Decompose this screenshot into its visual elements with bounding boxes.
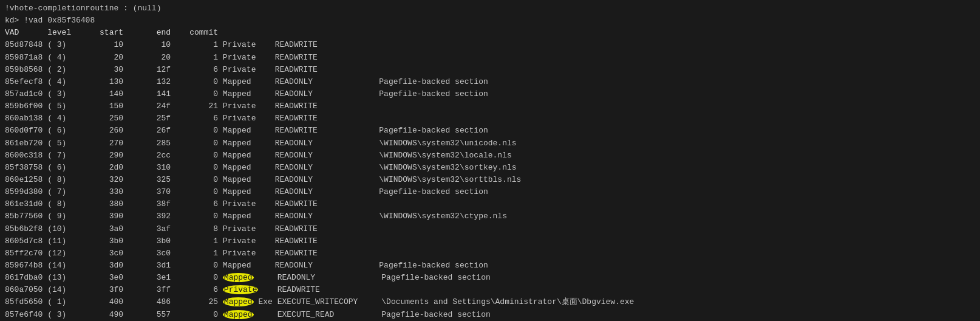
line-85efecf8: 85efecf8 ( 4) 130 132 0 Mapped READONLY … (5, 76, 975, 88)
line-860e1258: 860e1258 ( 8) 320 325 0 Mapped READONLY … (5, 174, 975, 186)
line-85ff2c70: 85ff2c70 (12) 3c0 3c0 1 Private READWRIT… (5, 247, 975, 260)
highlight-mapped-2: Mapped (223, 297, 254, 306)
line-8605d7c8: 8605d7c8 (11) 3b0 3b0 1 Private READWRIT… (5, 235, 975, 247)
line-8617dba0: 8617dba0 (13) 3e0 3e1 0 Mapped READONLY … (5, 272, 975, 284)
highlight-mapped-3: Mapped (223, 310, 254, 319)
line-859b6f00: 859b6f00 ( 5) 150 24f 21 Private READWRI… (5, 100, 975, 112)
line-859871a8: 859871a8 ( 4) 20 20 1 Private READWRITE (5, 52, 975, 64)
line-857e6f40: 857e6f40 ( 3) 490 557 0 Mapped EXECUTE_R… (5, 309, 975, 321)
line-859b8568: 859b8568 ( 2) 30 12f 6 Private READWRITE (5, 64, 975, 76)
line-860a7050: 860a7050 (14) 3f0 3ff 6 Private READWRIT… (5, 284, 975, 296)
line-vad-command: kd> !vad 0x85f36408 (5, 15, 975, 27)
line-860d0f70: 860d0f70 ( 6) 260 26f 0 Mapped READWRITE… (5, 125, 975, 137)
line-85fd5650: 85fd5650 ( 1) 400 486 25 Mapped Exe EXEC… (5, 296, 975, 308)
line-85f38758: 85f38758 ( 6) 2d0 310 0 Mapped READONLY … (5, 162, 975, 174)
line-8600c318: 8600c318 ( 7) 290 2cc 0 Mapped READONLY … (5, 150, 975, 162)
line-85b77560: 85b77560 ( 9) 390 392 0 Mapped READONLY … (5, 210, 975, 223)
line-8599d380: 8599d380 ( 7) 330 370 0 Mapped READONLY … (5, 186, 975, 198)
highlight-mapped-1: Mapped (223, 273, 254, 282)
highlight-private-1: Private (223, 285, 259, 294)
line-859674b8: 859674b8 (14) 3d0 3d1 0 Mapped READONLY … (5, 260, 975, 272)
line-860ab138: 860ab138 ( 4) 250 25f 6 Private READWRIT… (5, 112, 975, 125)
line-85d87848: 85d87848 ( 3) 10 10 1 Private READWRITE (5, 39, 975, 51)
line-header: VAD level start end commit (5, 27, 975, 39)
line-861eb720: 861eb720 ( 5) 270 285 0 Mapped READONLY … (5, 137, 975, 150)
line-857ad1c0: 857ad1c0 ( 3) 140 141 0 Mapped READONLY … (5, 88, 975, 100)
line-completionroutine: !vhote-completionroutine : (null) (5, 2, 975, 15)
line-85b6b2f8: 85b6b2f8 (10) 3a0 3af 8 Private READWRIT… (5, 223, 975, 235)
terminal-window: !vhote-completionroutine : (null) kd> !v… (0, 0, 980, 321)
line-861e31d0: 861e31d0 ( 8) 380 38f 6 Private READWRIT… (5, 198, 975, 210)
